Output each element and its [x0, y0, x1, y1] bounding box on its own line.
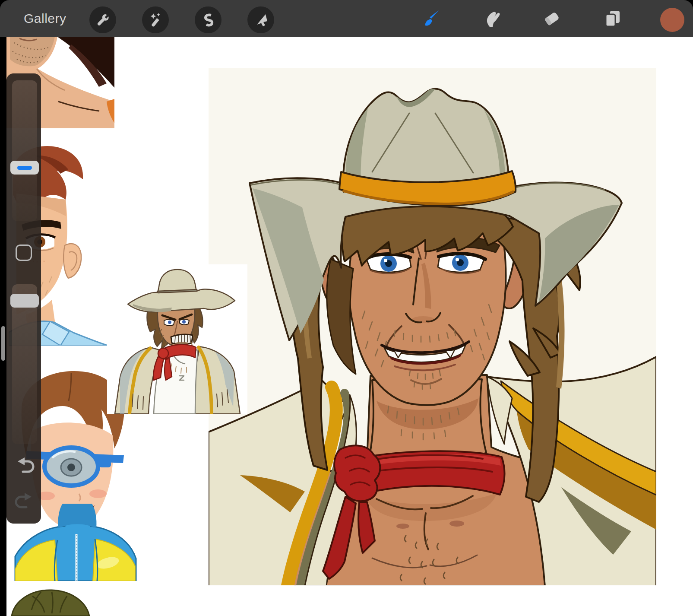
side-panel-handle[interactable]: [1, 326, 5, 361]
smudge-tool-button[interactable]: [482, 9, 502, 29]
magic-wand-icon: [148, 13, 163, 27]
selection-button[interactable]: [195, 6, 222, 33]
undo-button[interactable]: [14, 456, 35, 475]
wrench-icon: [95, 13, 110, 27]
erase-tool-button[interactable]: [542, 9, 562, 29]
color-swatch[interactable]: [660, 8, 684, 32]
modify-button[interactable]: [16, 244, 32, 261]
redo-button[interactable]: [14, 492, 35, 511]
brush-size-accent-bar: [17, 166, 32, 170]
cowboy-portrait-artwork: [209, 68, 656, 585]
selection-ribbon-icon: [201, 13, 215, 27]
brush-size-handle[interactable]: [10, 161, 39, 175]
layers-icon: [603, 9, 623, 29]
brush-size-slider[interactable]: [12, 80, 37, 221]
opacity-handle[interactable]: [10, 294, 39, 308]
gallery-button[interactable]: Gallery: [24, 0, 66, 37]
reference-cowboy-sketch: [107, 264, 247, 414]
paint-tool-button[interactable]: [421, 9, 441, 29]
eraser-icon: [542, 9, 562, 29]
layers-button[interactable]: [603, 9, 623, 29]
actions-button[interactable]: [89, 6, 116, 33]
opacity-slider[interactable]: [12, 284, 37, 444]
adjustments-button[interactable]: [142, 6, 169, 33]
top-toolbar: Gallery: [0, 0, 693, 37]
paintbrush-icon: [421, 9, 441, 29]
reference-olive-hair: [6, 586, 97, 616]
transform-button[interactable]: [247, 6, 274, 33]
drawing-canvas[interactable]: [209, 68, 656, 585]
brush-sidebar: [6, 73, 41, 524]
transform-arrow-icon: [253, 13, 268, 27]
smudge-finger-icon: [482, 9, 502, 29]
procreate-app: Gallery: [0, 0, 693, 616]
